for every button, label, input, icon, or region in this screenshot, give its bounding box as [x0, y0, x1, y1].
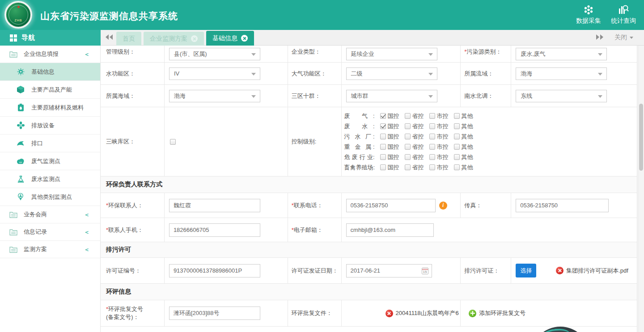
control-level-row-livestock: 畜禽养殖场: 国控 省控 市控 其他: [342, 162, 473, 172]
choose-file-button[interactable]: 选择: [516, 264, 536, 277]
form-row-control-level: 三峡库区： 控制级别: 废 气: 国控 省控 市控 其他 废 水: 国控 省控 …: [101, 107, 637, 177]
field-label: 管理级别：: [101, 46, 135, 56]
enterprise-type-select[interactable]: 延续企业: [346, 48, 437, 60]
sidebar-item-monitor-plan[interactable]: 监测方案 <: [0, 241, 100, 258]
dots-cluster-icon: [572, 4, 605, 16]
tabs-scroll-left-button[interactable]: [105, 34, 114, 41]
checkbox[interactable]: [380, 123, 386, 129]
chevron-left-icon: <: [85, 211, 89, 218]
sidebar-item-basic-info[interactable]: 基础信息: [0, 63, 100, 81]
close-tab-icon[interactable]: [241, 35, 248, 42]
river-basin-select[interactable]: 渤海: [516, 67, 607, 80]
header-action-data-collection[interactable]: 数据采集: [572, 4, 605, 25]
checkbox[interactable]: [405, 123, 411, 129]
checkbox[interactable]: [380, 154, 386, 160]
field-label: 控制级别:: [288, 138, 317, 146]
field-label: 水功能区：: [101, 70, 135, 78]
chevron-left-icon: <: [85, 246, 89, 253]
pollution-source-type-select[interactable]: 废水,废气: [516, 48, 607, 60]
sidebar-item-emission-equipment[interactable]: 排放设备: [0, 117, 100, 134]
form-row-permit: 许可证编号： 许可证发证日期： 15 排污许可证： 选择 集团排污许可证副本.p…: [101, 258, 637, 284]
checkbox[interactable]: [454, 164, 460, 170]
vertical-scrollbar[interactable]: [638, 46, 644, 332]
checkbox[interactable]: [429, 113, 435, 119]
checkbox[interactable]: [429, 164, 435, 170]
south-north-water-select[interactable]: 东线: [516, 90, 607, 102]
checkbox[interactable]: [380, 164, 386, 170]
checkbox[interactable]: [454, 154, 460, 160]
close-tab-icon[interactable]: [191, 35, 198, 42]
section-header-contact: 环保负责人联系方式: [101, 177, 637, 193]
checkbox[interactable]: [405, 113, 411, 119]
checkbox[interactable]: [454, 134, 460, 139]
sidebar-item-waste-gas-points[interactable]: co 废气监测点: [0, 152, 100, 170]
sidebar-item-other-points[interactable]: 其他类别监测点: [0, 188, 100, 206]
checkbox[interactable]: [429, 154, 435, 160]
close-menu-button[interactable]: 关闭: [614, 34, 633, 42]
delete-file-icon[interactable]: [386, 310, 393, 317]
permit-file-name[interactable]: 集团排污许可证副本.pdf: [566, 267, 628, 275]
add-eia-number-link[interactable]: 添加环评批复文号: [479, 309, 525, 317]
checkbox[interactable]: [454, 123, 460, 129]
checkbox[interactable]: [429, 123, 435, 129]
water-function-select[interactable]: IV: [169, 67, 260, 80]
fax-input[interactable]: [516, 199, 609, 212]
cube-icon: [16, 86, 25, 93]
permit-issue-date-input[interactable]: [346, 264, 432, 277]
sidebar-item-business-consult[interactable]: 业务会商 <: [0, 206, 100, 223]
control-level-row-hazard-waste: 危 废 行 业: 国控 省控 市控 其他: [342, 152, 473, 162]
tab-basic-info[interactable]: 基础信息: [206, 31, 254, 46]
sidebar-item-products[interactable]: 主要产品及产能: [0, 81, 100, 99]
email-input[interactable]: [346, 223, 434, 237]
eia-approval-number-input[interactable]: [169, 307, 260, 320]
sidebar: 企业信息填报 < 基础信息 主要产品及产能 主要原辅材料及燃料 排放设备 排口 …: [0, 46, 101, 332]
checkbox[interactable]: [380, 134, 386, 139]
sidebar-item-enterprise-info[interactable]: 企业信息填报 <: [0, 46, 100, 63]
field-label: 南水北调：: [461, 92, 493, 100]
basic-info-form: 管理级别： 县(市、区属) 企业类型： 延续企业 *污染源类别： 废水,废气 水…: [101, 46, 637, 332]
delete-file-icon[interactable]: [556, 267, 564, 274]
info-icon: i: [439, 202, 447, 210]
checkbox[interactable]: [405, 134, 411, 139]
add-icon[interactable]: [469, 310, 476, 317]
checkbox[interactable]: [380, 144, 386, 150]
header-action-stats-query[interactable]: 统计查询: [607, 4, 640, 25]
checkbox[interactable]: [405, 154, 411, 160]
eia-file-name[interactable]: 20041118山东晨鸣年产6: [396, 309, 459, 317]
sidebar-item-materials[interactable]: 主要原辅材料及燃料: [0, 99, 100, 117]
three-zones-select[interactable]: 城市群: [346, 90, 437, 102]
checkbox[interactable]: [429, 134, 435, 139]
checkbox[interactable]: [454, 113, 460, 119]
field-label: 许可证发证日期：: [288, 267, 338, 275]
caret-down-icon: [598, 95, 602, 98]
sidebar-item-outlets[interactable]: 排口: [0, 134, 100, 152]
checkbox[interactable]: [405, 164, 411, 170]
three-gorges-checkbox[interactable]: [170, 139, 176, 145]
tab-home[interactable]: 首页: [116, 32, 141, 46]
checkbox[interactable]: [405, 144, 411, 150]
air-function-select[interactable]: 二级: [346, 67, 437, 80]
checkbox[interactable]: [454, 144, 460, 150]
field-label: 环评批复文件：: [288, 309, 332, 317]
tabs-scroll-right-button[interactable]: [596, 34, 605, 41]
svg-text:co: co: [19, 161, 22, 164]
tab-enterprise-monitor-plan[interactable]: 企业监测方案: [144, 32, 204, 46]
contact-person-input[interactable]: [169, 199, 260, 212]
contact-mobile-input[interactable]: [169, 223, 260, 237]
checkbox[interactable]: [429, 144, 435, 150]
admin-level-select[interactable]: 县(市、区属): [169, 48, 260, 60]
cloud-icon: co: [16, 158, 25, 164]
permit-number-input[interactable]: [169, 264, 260, 277]
field-label: *联系人手机：: [101, 226, 143, 234]
app-header: ZHB 山东省污染源监测信息共享系统 数据采集 统计查询: [0, 0, 644, 30]
contact-phone-input[interactable]: [346, 199, 436, 212]
field-label: *环评批复文号(备案文号)：: [101, 305, 143, 321]
scrollbar-thumb[interactable]: [639, 104, 643, 171]
sidebar-item-waste-water-points[interactable]: 废水监测点: [0, 170, 100, 188]
calendar-icon[interactable]: 15: [422, 268, 428, 274]
sidebar-title: 导航: [21, 34, 35, 42]
checkbox[interactable]: [380, 113, 386, 119]
caret-down-icon: [428, 73, 433, 76]
sidebar-item-info-records[interactable]: 信息记录 <: [0, 223, 100, 241]
sea-area-select[interactable]: 渤海: [169, 90, 260, 102]
